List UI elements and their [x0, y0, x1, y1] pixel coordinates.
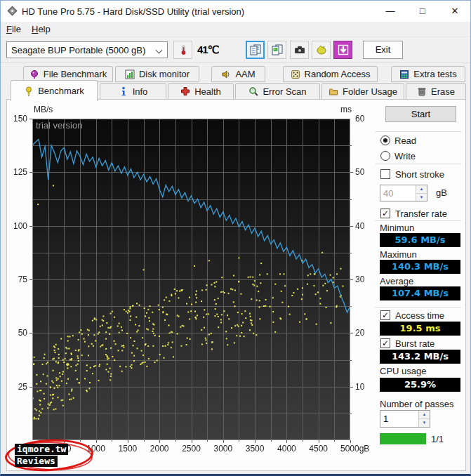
- web-publish-button[interactable]: [312, 41, 331, 59]
- health-cross-icon: [180, 86, 190, 96]
- start-button[interactable]: Start: [385, 106, 456, 122]
- access-time-checkbox[interactable]: ✓: [380, 310, 390, 320]
- passes-input[interactable]: [383, 411, 411, 425]
- short-stroke-stepper[interactable]: ▲▼: [380, 185, 427, 201]
- passes-stepper[interactable]: ▲▼: [380, 410, 430, 428]
- temperature-value: 41℃: [197, 44, 219, 56]
- tab-label: File Benchmark: [44, 69, 107, 79]
- minimum-label: Minimun: [380, 223, 414, 233]
- access-time-value: 19.5 ms: [380, 322, 460, 336]
- transfer-rate-label: Transfer rate: [395, 209, 447, 219]
- menu-bar: File Help: [1, 22, 470, 37]
- minimize-button[interactable]: —: [374, 1, 406, 22]
- tab-label: Disk monitor: [139, 69, 190, 79]
- tab-folder-usage[interactable]: Folder Usage: [321, 83, 404, 100]
- speaker-icon: [221, 70, 231, 79]
- drive-select-value: Seagate BUP Portable (5000 gB): [11, 45, 145, 55]
- menu-file[interactable]: File: [2, 23, 25, 36]
- save-results-button[interactable]: [333, 41, 352, 59]
- copy-text-icon: [249, 44, 262, 56]
- file-benchmark-icon: [29, 70, 39, 79]
- arrow-up-icon[interactable]: ▲: [416, 185, 427, 194]
- tab-disk-monitor[interactable]: Disk monitor: [115, 66, 199, 82]
- pass-progress-fill: [380, 433, 426, 444]
- read-radio[interactable]: [380, 135, 390, 145]
- cpu-usage-value: 25.9%: [380, 378, 460, 392]
- short-stroke-input[interactable]: [383, 186, 411, 200]
- short-stroke-checkbox[interactable]: [380, 169, 390, 179]
- burst-rate-label: Burst rate: [395, 338, 434, 349]
- pass-progress-bar: [380, 433, 426, 444]
- transfer-rate-checkbox[interactable]: ✓: [380, 209, 390, 218]
- tab-label: Benchmark: [38, 86, 84, 96]
- trash-icon: [417, 86, 427, 96]
- tab-label: Health: [194, 86, 221, 97]
- tab-info[interactable]: Info: [100, 83, 166, 100]
- disk-monitor-icon: [125, 70, 135, 79]
- tab-label: Random Access: [305, 69, 371, 79]
- arrow-up-icon[interactable]: ▲: [419, 411, 430, 419]
- tab-extra-tests[interactable]: Extra tests: [391, 66, 465, 82]
- reviewer-watermark: iqmore.tw Reviews: [4, 438, 99, 475]
- copy-image-icon: [271, 44, 284, 56]
- drive-select[interactable]: Seagate BUP Portable (5000 gB): [6, 41, 168, 58]
- folder-icon: [329, 86, 338, 96]
- tab-label: Erase: [431, 86, 455, 97]
- tab-label: Extra tests: [413, 69, 456, 79]
- window-title: HD Tune Pro 5.75 - Hard Disk/SSD Utility…: [22, 6, 244, 17]
- separator: [376, 220, 461, 221]
- stepper-arrows[interactable]: ▲▼: [416, 185, 427, 201]
- separator: [376, 164, 461, 164]
- tab-random-access[interactable]: Random Access: [283, 66, 378, 82]
- tab-label: Error Scan: [263, 86, 306, 97]
- arrow-down-icon[interactable]: ▼: [416, 194, 427, 201]
- cpu-usage-label: CPU usage: [380, 366, 426, 376]
- tab-benchmark[interactable]: Benchmark: [11, 80, 98, 101]
- tab-error-scan[interactable]: Error Scan: [235, 83, 320, 100]
- tab-label: Folder Usage: [343, 86, 397, 97]
- short-stroke-label: Short stroke: [395, 169, 444, 180]
- calculator-icon: [399, 70, 409, 79]
- read-label: Read: [394, 135, 416, 146]
- write-label: Write: [394, 151, 416, 161]
- magnifier-icon: [248, 86, 258, 96]
- benchmark-chart: [8, 103, 376, 463]
- save-down-arrow-icon: [337, 44, 350, 56]
- hand-icon: [315, 44, 328, 56]
- camera-icon: [293, 44, 306, 56]
- app-icon: [7, 6, 18, 16]
- copy-text-button[interactable]: [246, 41, 265, 59]
- benchmark-icon: [24, 86, 34, 96]
- average-value: 107.4 MB/s: [380, 286, 460, 300]
- maximum-label: Maximun: [380, 249, 417, 260]
- exit-button[interactable]: Exit: [363, 41, 403, 59]
- close-button[interactable]: ✕: [439, 1, 471, 22]
- temperature-button[interactable]: [173, 41, 192, 59]
- minimum-value: 59.6 MB/s: [380, 233, 460, 247]
- tab-label: Info: [133, 86, 148, 97]
- tab-erase[interactable]: Erase: [406, 83, 466, 100]
- hdtune-window: HD Tune Pro 5.75 - Hard Disk/SSD Utility…: [0, 0, 471, 476]
- thermometer-icon: [178, 45, 188, 55]
- toolbar: Seagate BUP Portable (5000 gB) 41℃: [1, 37, 470, 63]
- maximize-button[interactable]: □: [406, 1, 439, 22]
- copy-image-button[interactable]: [267, 41, 286, 59]
- title-bar: HD Tune Pro 5.75 - Hard Disk/SSD Utility…: [1, 1, 470, 22]
- pass-progress-label: 1/1: [431, 434, 444, 444]
- average-label: Average: [380, 276, 413, 286]
- info-icon: [119, 86, 128, 96]
- chevron-down-icon: [156, 47, 163, 54]
- tab-label: AAM: [235, 69, 255, 79]
- separator: [376, 131, 461, 132]
- separator: [376, 307, 461, 308]
- tab-aam[interactable]: AAM: [211, 66, 265, 82]
- tab-health[interactable]: Health: [168, 83, 234, 100]
- burst-rate-checkbox[interactable]: ✓: [380, 338, 390, 348]
- stepper-arrows[interactable]: ▲▼: [418, 411, 430, 427]
- arrow-down-icon[interactable]: ▼: [419, 419, 430, 427]
- screenshot-button[interactable]: [290, 41, 309, 59]
- short-stroke-unit: gB: [436, 187, 447, 198]
- dice-icon: [291, 70, 300, 79]
- menu-help[interactable]: Help: [27, 23, 55, 36]
- write-radio[interactable]: [380, 151, 390, 161]
